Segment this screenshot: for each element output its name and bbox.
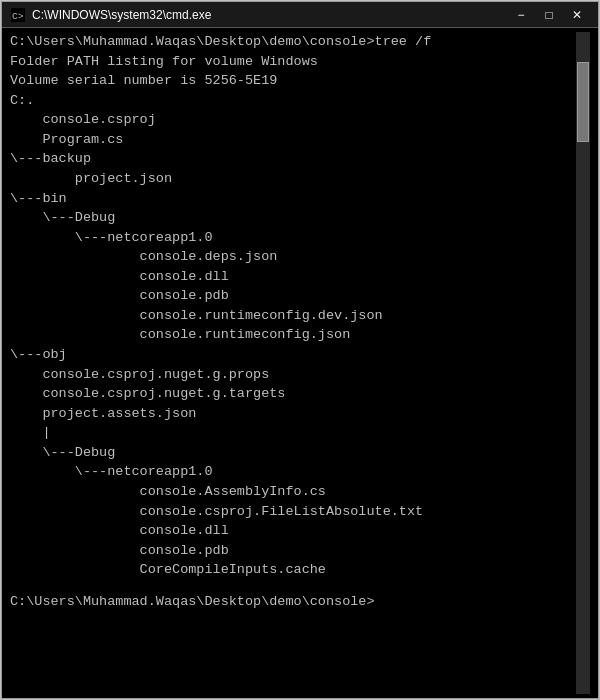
title-bar: C> C:\WINDOWS\system32\cmd.exe − □ ✕ <box>2 2 598 28</box>
console-line: \---Debug <box>10 208 576 228</box>
title-bar-left: C> C:\WINDOWS\system32\cmd.exe <box>10 7 211 23</box>
console-line: console.runtimeconfig.dev.json <box>10 306 576 326</box>
minimize-button[interactable]: − <box>508 5 534 25</box>
cmd-icon: C> <box>10 7 26 23</box>
console-line: console.csproj <box>10 110 576 130</box>
console-line: Folder PATH listing for volume Windows <box>10 52 576 72</box>
scrollbar-thumb[interactable] <box>577 62 589 142</box>
console-line: console.csproj.nuget.g.targets <box>10 384 576 404</box>
console-line: \---netcoreapp1.0 <box>10 228 576 248</box>
console-line: Volume serial number is 5256-5E19 <box>10 71 576 91</box>
console-line: project.assets.json <box>10 404 576 424</box>
console-line: \---Debug <box>10 443 576 463</box>
console-line: console.csproj.nuget.g.props <box>10 365 576 385</box>
console-line: console.dll <box>10 267 576 287</box>
console-line: \---backup <box>10 149 576 169</box>
console-line: project.json <box>10 169 576 189</box>
console-line: | <box>10 423 576 443</box>
console-line: console.deps.json <box>10 247 576 267</box>
close-button[interactable]: ✕ <box>564 5 590 25</box>
console-line: CoreCompileInputs.cache <box>10 560 576 580</box>
svg-text:C>: C> <box>12 11 24 22</box>
console-line: \---bin <box>10 189 576 209</box>
cmd-window: C> C:\WINDOWS\system32\cmd.exe − □ ✕ C:\… <box>1 1 599 699</box>
console-body: C:\Users\Muhammad.Waqas\Desktop\demo\con… <box>2 28 598 698</box>
console-line: C:\Users\Muhammad.Waqas\Desktop\demo\con… <box>10 592 576 612</box>
console-line: console.csproj.FileListAbsolute.txt <box>10 502 576 522</box>
console-line: C:\Users\Muhammad.Waqas\Desktop\demo\con… <box>10 32 576 52</box>
maximize-button[interactable]: □ <box>536 5 562 25</box>
console-line: console.runtimeconfig.json <box>10 325 576 345</box>
window-title: C:\WINDOWS\system32\cmd.exe <box>32 8 211 22</box>
scrollbar[interactable] <box>576 32 590 694</box>
window-controls: − □ ✕ <box>508 5 590 25</box>
console-line: console.AssemblyInfo.cs <box>10 482 576 502</box>
console-line: \---obj <box>10 345 576 365</box>
console-content: C:\Users\Muhammad.Waqas\Desktop\demo\con… <box>10 32 576 694</box>
console-line: \---netcoreapp1.0 <box>10 462 576 482</box>
console-line: console.dll <box>10 521 576 541</box>
console-line: console.pdb <box>10 541 576 561</box>
console-line: Program.cs <box>10 130 576 150</box>
console-line: C:. <box>10 91 576 111</box>
console-line: console.pdb <box>10 286 576 306</box>
